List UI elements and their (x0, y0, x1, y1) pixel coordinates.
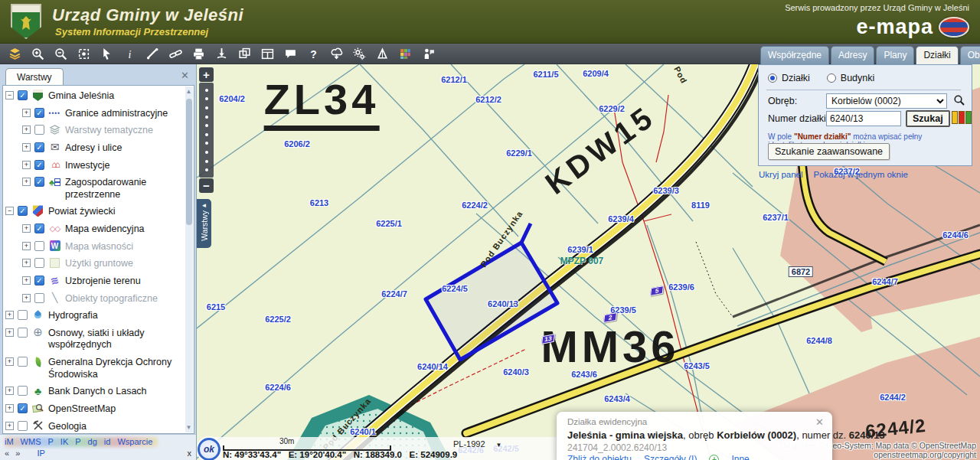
zoom-out-icon[interactable] (49, 44, 72, 63)
scroll-down-icon[interactable]: ▼ (185, 424, 192, 431)
footer-link[interactable]: id (104, 437, 111, 446)
expander-icon[interactable]: + (22, 294, 31, 302)
expander-icon[interactable]: + (5, 404, 14, 413)
radio-dzialki[interactable] (768, 73, 777, 83)
layer-checkbox[interactable]: ✓ (18, 206, 28, 216)
layer-checkbox[interactable] (18, 421, 28, 431)
search-icon[interactable] (953, 94, 965, 106)
layer-label[interactable]: Adresy i ulice (65, 142, 181, 155)
expander-icon[interactable]: + (5, 311, 14, 319)
comment-icon[interactable] (279, 44, 302, 63)
layer-checkbox[interactable] (18, 310, 28, 320)
layer-label[interactable]: OpenStreetMap (48, 403, 181, 416)
popup-close-icon[interactable]: ✕ (815, 416, 824, 428)
layer-label[interactable]: Hydrografia (48, 309, 181, 322)
layer-label[interactable]: Obiekty topograficzne (65, 292, 181, 305)
tree-scrollbar[interactable]: ▲ ▼ (185, 86, 193, 432)
expander-icon[interactable]: + (5, 422, 14, 430)
expander-icon[interactable]: + (5, 387, 14, 395)
info-icon[interactable]: i (118, 44, 141, 63)
footer-close[interactable]: x (188, 449, 192, 458)
emapa-brand[interactable]: e-mapa (856, 15, 969, 39)
expander-icon[interactable]: − (5, 91, 14, 100)
zoom-in-icon[interactable] (26, 44, 49, 63)
expander-icon[interactable]: − (5, 207, 14, 215)
tab-warstwy[interactable]: Warstwy (5, 68, 64, 86)
advanced-search-button[interactable]: Szukanie zaawansowane (768, 143, 890, 160)
layer-label[interactable]: Granice administracyjne (65, 107, 181, 120)
layer-checkbox[interactable]: ✓ (34, 223, 44, 233)
layer-label[interactable]: Geologia (48, 420, 181, 433)
expander-icon[interactable]: + (22, 126, 31, 134)
settings-icon[interactable] (348, 44, 371, 63)
zoom-slider[interactable] (199, 83, 214, 178)
layer-checkbox[interactable] (18, 357, 28, 367)
panel-close-icon[interactable]: ✕ (181, 70, 189, 81)
pager-ip-link[interactable]: IP (37, 449, 44, 458)
pager-next[interactable]: » (15, 449, 20, 458)
tab-plany[interactable]: Plany (876, 46, 914, 64)
single-window-link[interactable]: Pokazuj w jednym oknie (814, 170, 908, 179)
ok-button[interactable]: ok (198, 438, 220, 460)
layer-checkbox[interactable]: ✓ (34, 276, 44, 285)
layer-label[interactable]: Mapa ewidencyjna (65, 223, 181, 236)
layer-checkbox[interactable] (18, 386, 28, 396)
expander-icon[interactable]: + (5, 328, 14, 337)
footer-link[interactable]: WMS (21, 437, 41, 446)
footer-link[interactable]: dg (88, 437, 97, 446)
layer-checkbox[interactable]: ✓ (18, 403, 28, 413)
hide-panel-link[interactable]: Ukryj panel (759, 170, 803, 179)
search-button[interactable]: Szukaj (906, 110, 950, 127)
print-icon[interactable] (187, 44, 210, 63)
footer-link[interactable]: iM (5, 437, 14, 446)
panels-icon[interactable] (256, 44, 279, 63)
layer-checkbox[interactable]: ✓ (34, 160, 44, 170)
expander-icon[interactable]: + (22, 259, 31, 267)
tab-działki[interactable]: Działki (916, 46, 958, 65)
zoom-to-object-link[interactable]: Zbliż do obiektu (567, 454, 632, 460)
layer-label[interactable]: Uzbrojenie terenu (65, 275, 181, 288)
layer-label[interactable]: Zagospodarowanie przestrzenne (65, 176, 181, 201)
layer-label[interactable]: Inwestycje (65, 159, 181, 172)
layer-label[interactable]: Powiat żywiecki (48, 205, 181, 218)
layer-checkbox[interactable] (34, 241, 44, 251)
measure-icon[interactable] (141, 44, 164, 63)
expander-icon[interactable]: + (22, 242, 31, 250)
footer-link[interactable]: IK (60, 437, 68, 446)
layer-checkbox[interactable] (34, 125, 44, 135)
scrollbar-thumb[interactable] (186, 99, 192, 225)
layer-checkbox[interactable]: ✓ (34, 142, 44, 152)
layer-checkbox[interactable]: ✓ (34, 108, 44, 118)
other-link[interactable]: Inne (731, 454, 749, 460)
link-icon[interactable] (164, 44, 187, 63)
copy-view-icon[interactable] (233, 44, 256, 63)
layers-icon[interactable] (3, 44, 26, 63)
mosaic-icon[interactable] (394, 44, 416, 63)
details-link[interactable]: Szczegóły (I) (644, 454, 697, 460)
layer-label[interactable]: Użytki gruntowe (65, 257, 181, 270)
obreb-select[interactable]: Korbielów (0002) (826, 93, 947, 109)
footer-link[interactable]: P (48, 437, 54, 446)
street-view-icon[interactable] (416, 44, 439, 63)
layers-side-tab[interactable]: ◄ Warstwy (197, 199, 211, 248)
expander-icon[interactable]: + (22, 276, 31, 285)
zoom-extent-icon[interactable] (72, 44, 95, 63)
crs-selector[interactable]: PL-1992▼ (453, 439, 502, 449)
layer-label[interactable]: Gmina Jeleśnia (48, 90, 181, 103)
parcel-number-input[interactable] (826, 111, 901, 126)
footer-link[interactable]: Wsparcie (117, 437, 152, 446)
layer-checkbox[interactable]: ✓ (18, 90, 28, 100)
layer-label[interactable]: Bank Danych o Lasach (48, 385, 181, 398)
tab-adresy[interactable]: Adresy (831, 46, 874, 64)
layer-checkbox[interactable] (34, 293, 44, 303)
help-icon[interactable]: ? (302, 44, 325, 63)
expander-icon[interactable]: + (22, 109, 31, 117)
expander-icon[interactable]: + (22, 224, 31, 233)
radio-budynki[interactable] (827, 73, 836, 83)
tab-współrzędne[interactable]: Współrzędne (760, 46, 829, 64)
tab-obiekty[interactable]: Obiekty (960, 46, 980, 64)
expander-icon[interactable]: + (22, 161, 31, 169)
zoom-out-button[interactable]: − (199, 178, 214, 193)
layer-label[interactable]: Generalna Dyrekcja Ochrony Środowiska (48, 356, 181, 380)
expander-icon[interactable]: + (22, 178, 31, 186)
